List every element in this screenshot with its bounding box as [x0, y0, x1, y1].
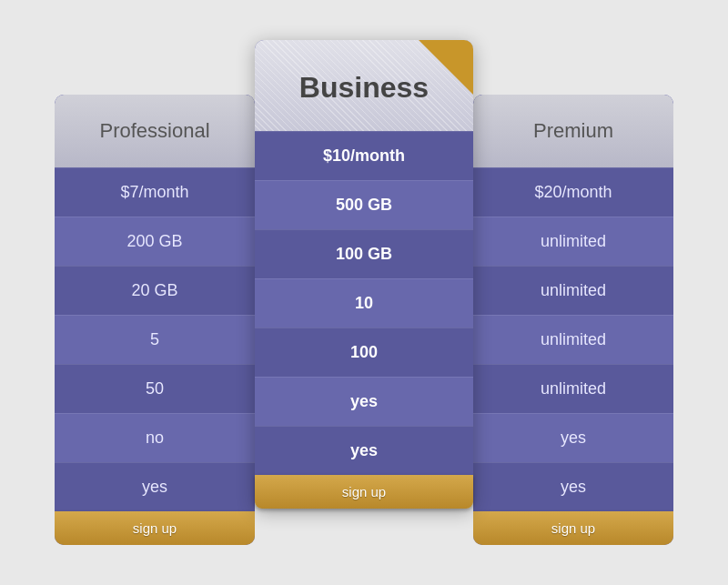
plan-row: $10/month [255, 131, 473, 180]
plan-row: unlimited [473, 364, 673, 413]
signup-button-premium[interactable]: sign up [473, 511, 673, 545]
plan-header-premium: Premium [473, 95, 673, 167]
plan-row: 5 [55, 315, 255, 364]
plan-row: unlimited [473, 266, 673, 315]
plan-row: 100 GB [255, 229, 473, 278]
plan-rows-professional: $7/month 200 GB 20 GB 5 50 no yes [55, 167, 255, 511]
plan-header-professional: Professional [55, 95, 255, 167]
plan-row: yes [255, 377, 473, 426]
new-badge-label: new [466, 40, 473, 53]
plan-rows-business: $10/month 500 GB 100 GB 10 100 yes yes [255, 131, 473, 475]
plan-business: new Business $10/month 500 GB 100 GB 10 … [255, 40, 473, 509]
plan-row: 50 [55, 364, 255, 413]
plan-header-business: new Business [255, 40, 473, 131]
plan-title-professional: Professional [99, 119, 209, 143]
plan-row: yes [255, 426, 473, 475]
plan-row: no [55, 413, 255, 462]
plan-row: 500 GB [255, 180, 473, 229]
pricing-table: Professional $7/month 200 GB 20 GB 5 50 … [55, 40, 673, 545]
plan-row: unlimited [473, 315, 673, 364]
plan-rows-premium: $20/month unlimited unlimited unlimited … [473, 167, 673, 511]
plan-row: yes [55, 462, 255, 511]
plan-row: yes [473, 462, 673, 511]
plan-premium: Premium $20/month unlimited unlimited un… [473, 95, 673, 545]
plan-row: $20/month [473, 167, 673, 217]
plan-row: yes [473, 413, 673, 462]
plan-row: 200 GB [55, 217, 255, 266]
plan-row: unlimited [473, 217, 673, 266]
plan-row: 100 [255, 328, 473, 377]
plan-professional: Professional $7/month 200 GB 20 GB 5 50 … [55, 95, 255, 545]
plan-row: 10 [255, 278, 473, 328]
plan-title-premium: Premium [533, 119, 613, 143]
signup-button-business[interactable]: sign up [255, 475, 473, 509]
plan-title-business: Business [299, 71, 429, 105]
plan-row: 20 GB [55, 266, 255, 315]
plan-row: $7/month [55, 167, 255, 217]
signup-button-professional[interactable]: sign up [55, 511, 255, 545]
new-badge: new [417, 40, 473, 96]
